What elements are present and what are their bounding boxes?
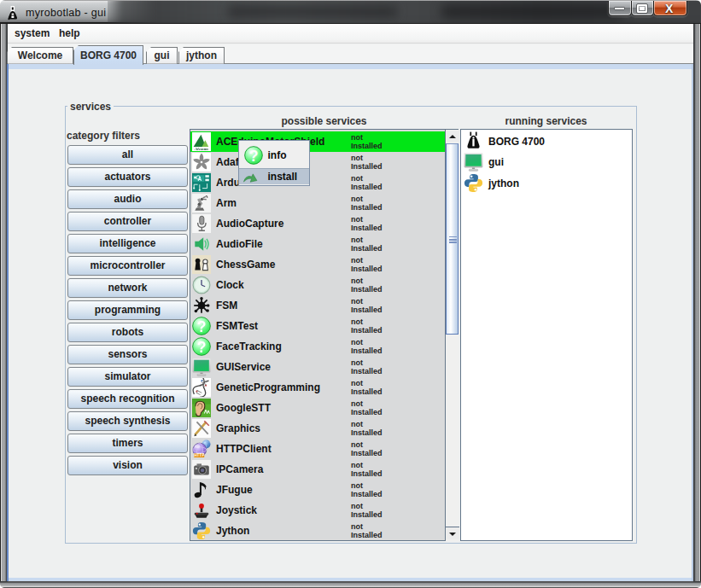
svg-text:A: A [197,176,202,182]
svg-text:?: ? [196,318,206,335]
svg-text:Alcoum: Alcoum [194,147,208,151]
svg-text:HTTP: HTTP [194,453,204,457]
svg-text:?: ? [196,339,206,356]
svg-text:?: ? [248,147,258,164]
